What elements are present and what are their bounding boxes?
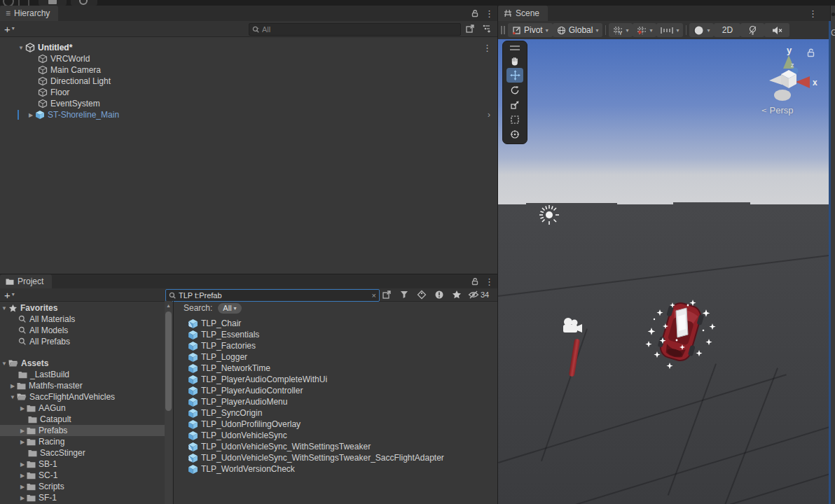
view-lock-icon[interactable]	[806, 48, 815, 57]
perspective-toggle[interactable]: < Persp	[761, 105, 794, 115]
sort-order-icon[interactable]	[482, 24, 492, 34]
hierarchy-searchbox[interactable]	[249, 23, 461, 36]
folder-row[interactable]: ▶ Scripts	[18, 481, 64, 492]
lock-icon[interactable]	[471, 9, 479, 18]
hierarchy-add-button[interactable]: + ▾	[0, 24, 19, 34]
favorite-item[interactable]: All Models	[18, 325, 68, 336]
filter-by-label-icon[interactable]	[417, 290, 427, 300]
folder-row[interactable]: ▶ Racing	[18, 436, 64, 447]
hierarchy-item[interactable]: Floor	[38, 87, 69, 98]
hidden-count-toggle[interactable]: 34	[468, 290, 489, 300]
foldout-closed-icon[interactable]: ▶	[27, 112, 35, 118]
hierarchy-item[interactable]: VRCWorld	[38, 53, 90, 64]
scene-audio-button[interactable]	[764, 23, 789, 37]
scrollbar-thumb[interactable]	[165, 312, 172, 411]
folder-row[interactable]: SaccStinger	[28, 447, 85, 458]
transform-tool-button[interactable]	[506, 127, 523, 141]
foldout-closed-icon[interactable]: ▶	[18, 484, 27, 490]
foldout-closed-icon[interactable]: ▶	[18, 472, 27, 479]
hierarchy-search-input[interactable]	[262, 25, 457, 34]
project-search-input[interactable]	[179, 291, 370, 300]
lock-icon[interactable]	[471, 277, 479, 286]
grid-axis-button[interactable]: Y ▾	[609, 23, 633, 37]
tab-project[interactable]: Project	[0, 274, 52, 288]
result-row[interactable]: TLP_UdonProfilingOverlay	[188, 419, 301, 430]
draw-mode-button[interactable]: ▾	[689, 23, 714, 37]
result-row[interactable]: TLP_Factories	[188, 340, 256, 351]
foldout-closed-icon[interactable]: ▶	[18, 495, 27, 501]
gizmo-negx-cone[interactable]	[769, 75, 782, 85]
result-row[interactable]: TLP_PlayerAudioController	[188, 385, 303, 396]
scene-options-button[interactable]: ⋮	[483, 43, 492, 53]
result-row[interactable]: TLP_UdonVehicleSync_WithSettingsTweaker_…	[188, 452, 444, 463]
hierarchy-item[interactable]: Directional Light	[38, 76, 111, 87]
scale-tool-button[interactable]	[506, 97, 523, 112]
project-searchbox[interactable]: ×	[165, 289, 380, 302]
foldout-open-icon[interactable]: ▼	[8, 394, 17, 400]
gizmo-negy-cone[interactable]	[774, 90, 791, 101]
gizmo-y-label[interactable]: y	[787, 45, 792, 55]
favorite-item[interactable]: All Materials	[18, 314, 75, 325]
folder-row[interactable]: ▶ Mathfs-master	[8, 380, 83, 391]
result-row[interactable]: TLP_Essentials	[188, 329, 259, 340]
toolbar-drag-handle[interactable]	[501, 26, 505, 34]
gizmo-x-cone[interactable]	[796, 76, 810, 88]
foldout-closed-icon[interactable]: ▶	[18, 428, 27, 434]
result-row[interactable]: TLP_UdonVehicleSync	[188, 430, 287, 441]
result-row[interactable]: TLP_UdonVehicleSync_WithSettingsTweaker	[188, 441, 371, 452]
project-add-button[interactable]: + ▾	[0, 290, 19, 300]
foldout-closed-icon[interactable]: ▶	[8, 383, 17, 389]
foldout-closed-icon[interactable]: ▶	[18, 439, 27, 445]
global-toggle-button[interactable]: Global ▾	[553, 23, 603, 37]
project-menu-button[interactable]: ⋮	[485, 276, 494, 287]
rect-tool-button[interactable]	[506, 112, 523, 127]
gizmo-x-label[interactable]: x	[813, 78, 817, 88]
result-row[interactable]: TLP_Chair	[188, 318, 241, 329]
camera-gizmo[interactable]	[560, 316, 585, 338]
filter-by-type-icon[interactable]	[399, 290, 409, 300]
rotate-tool-button[interactable]	[506, 83, 523, 97]
result-row[interactable]: TLP_WorldVersionCheck	[188, 463, 295, 475]
folder-row[interactable]: ▶ AAGun	[18, 402, 66, 414]
hierarchy-scene-row[interactable]: ▼ Untitled* ⋮	[0, 42, 497, 53]
foldout-open-icon[interactable]: ▼	[0, 305, 8, 312]
move-tool-button[interactable]	[506, 68, 523, 83]
scene-lighting-button[interactable]	[740, 23, 764, 37]
overlay-drag-handle[interactable]	[510, 46, 520, 50]
result-row[interactable]: TLP_NetworkTime	[188, 363, 270, 374]
folder-row[interactable]: ▶ SF-1	[18, 492, 57, 503]
result-row[interactable]: TLP_SyncOrigin	[188, 407, 262, 419]
hierarchy-item-prefab[interactable]: ▶ ST-Shoreline_Main ›	[0, 109, 497, 120]
pivot-toggle-button[interactable]: Pivot ▾	[508, 23, 553, 37]
scene-viewport[interactable]: Udon y	[498, 39, 830, 504]
search-scope-dropdown[interactable]: All ▾	[218, 303, 241, 314]
scene-menu-button[interactable]: ⋮	[808, 8, 817, 19]
alert-icon[interactable]	[434, 290, 444, 300]
favorites-row[interactable]: ▼ Favorites	[0, 302, 165, 314]
clear-search-icon[interactable]: ×	[372, 291, 376, 300]
toolbar-partial-button[interactable]	[71, 0, 97, 6]
result-row[interactable]: TLP_Logger	[188, 351, 247, 363]
tab-scene[interactable]: Scene	[498, 6, 548, 21]
favorite-item[interactable]: All Prefabs	[18, 336, 70, 347]
open-in-search-window-icon[interactable]	[382, 290, 392, 300]
foldout-closed-icon[interactable]: ▶	[18, 461, 27, 468]
result-row[interactable]: TLP_PlayerAudioCompleteWithUi	[188, 374, 327, 385]
snap-grid-button[interactable]: ▾	[633, 23, 656, 37]
result-row[interactable]: TLP_PlayerAudioMenu	[188, 396, 287, 407]
toggle-2d-button[interactable]: 2D	[714, 23, 740, 37]
open-prefab-chevron[interactable]: ›	[488, 110, 490, 120]
gizmo-z-label[interactable]: z	[791, 62, 794, 69]
hand-tool-button[interactable]	[506, 53, 523, 68]
scroll-up-arrow[interactable]: ▲	[166, 303, 171, 308]
snap-increment-button[interactable]: ▾	[656, 23, 683, 37]
foldout-closed-icon[interactable]: ▶	[18, 405, 27, 412]
open-in-window-icon[interactable]	[465, 24, 475, 34]
adjacent-tab-letter[interactable]: G	[831, 28, 835, 38]
folder-row[interactable]: Catapult	[28, 414, 71, 425]
foldout-open-icon[interactable]: ▼	[17, 45, 25, 51]
folder-row[interactable]: ▶ SB-1	[18, 458, 57, 470]
toolbar-partial-button[interactable]	[39, 0, 67, 6]
hierarchy-menu-button[interactable]: ⋮	[485, 8, 494, 19]
folder-row[interactable]: _LastBuild	[18, 369, 69, 380]
